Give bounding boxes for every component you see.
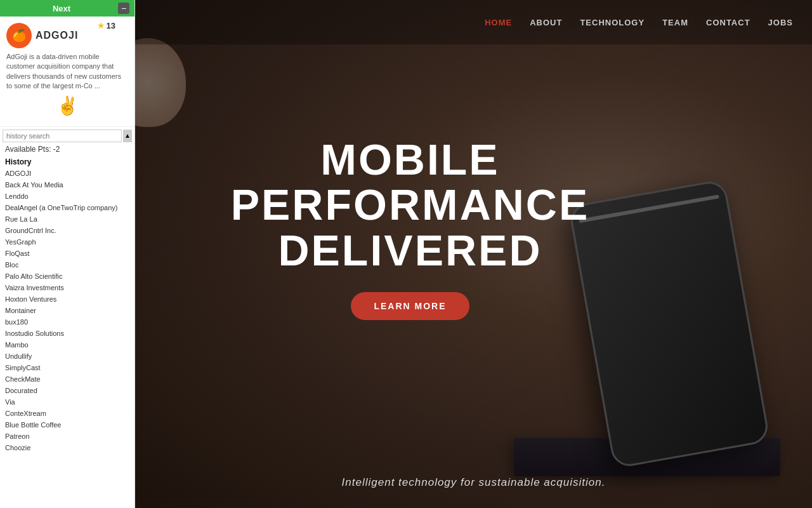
history-section: ▲ Available Pts: -2 History ADGOJIBack A… bbox=[0, 127, 134, 508]
nav-item-jobs[interactable]: JOBS bbox=[768, 17, 793, 28]
nav-item-home[interactable]: HOME bbox=[485, 17, 512, 28]
nav-bar: HOMEABOUTTECHNOLOGYTEAMCONTACTJOBS bbox=[135, 0, 812, 44]
history-item[interactable]: ConteXtream bbox=[0, 408, 134, 419]
next-label: Next bbox=[5, 4, 118, 13]
company-description: AdGoji is a data-driven mobile customer … bbox=[6, 52, 128, 91]
hero-title: MOBILE PERFORMANCE DELIVERED bbox=[231, 137, 590, 273]
history-item[interactable]: Palo Alto Scientific bbox=[0, 271, 134, 282]
learn-more-button[interactable]: LEARN MORE bbox=[351, 292, 469, 320]
available-pts: Available Pts: -2 bbox=[0, 142, 134, 156]
history-item[interactable]: YesGraph bbox=[0, 236, 134, 248]
history-item[interactable]: Hoxton Ventures bbox=[0, 293, 134, 305]
minimize-button[interactable]: − bbox=[118, 3, 129, 14]
nav-item-contact[interactable]: CONTACT bbox=[706, 17, 750, 28]
nav-item-team[interactable]: TEAM bbox=[662, 17, 688, 28]
history-item[interactable]: Blue Bottle Coffee bbox=[0, 419, 134, 431]
main-content: HOMEABOUTTECHNOLOGYTEAMCONTACTJOBS MOBIL… bbox=[135, 0, 812, 508]
history-item[interactable]: Inostudio Solutions bbox=[0, 328, 134, 339]
history-item[interactable]: Montainer bbox=[0, 305, 134, 316]
history-search-input[interactable] bbox=[3, 130, 122, 142]
company-logo: 🍊 bbox=[6, 23, 32, 48]
history-item[interactable]: Choozie bbox=[0, 442, 134, 453]
history-item[interactable]: SimplyCast bbox=[0, 362, 134, 373]
company-card-header: 🍊 ADGOJI ★ 13 bbox=[6, 23, 128, 48]
company-name: ADGOJI bbox=[36, 30, 128, 41]
history-item[interactable]: Bloc bbox=[0, 259, 134, 271]
peace-icon: ✌️ bbox=[6, 91, 128, 120]
nav-items: HOMEABOUTTECHNOLOGYTEAMCONTACTJOBS bbox=[485, 17, 793, 28]
history-item[interactable]: Patreon bbox=[0, 431, 134, 442]
history-item[interactable]: CheckMate bbox=[0, 373, 134, 385]
history-item[interactable]: Undullify bbox=[0, 351, 134, 362]
history-item[interactable]: bux180 bbox=[0, 316, 134, 328]
history-item[interactable]: Lenddo bbox=[0, 190, 134, 202]
history-items-container: ADGOJIBack At You MediaLenddoDealAngel (… bbox=[0, 168, 134, 453]
star-badge: ★ 13 bbox=[97, 20, 115, 30]
sidebar-topbar: Next − bbox=[0, 0, 134, 17]
history-item[interactable]: Mambo bbox=[0, 339, 134, 351]
history-item[interactable]: ADGOJI bbox=[0, 168, 134, 179]
scroll-up-button[interactable]: ▲ bbox=[123, 130, 132, 142]
sidebar: Next − 🍊 ADGOJI ★ 13 AdGoji is a data-dr… bbox=[0, 0, 135, 508]
nav-item-technology[interactable]: TECHNOLOGY bbox=[580, 17, 645, 28]
hero-subtitle: Intelligent technology for sustainable a… bbox=[135, 476, 812, 489]
history-item[interactable]: Rue La La bbox=[0, 213, 134, 225]
history-item[interactable]: DealAngel (a OneTwoTrip company) bbox=[0, 202, 134, 213]
hero-title-line1: MOBILE bbox=[231, 137, 590, 182]
history-item[interactable]: Docurated bbox=[0, 385, 134, 396]
company-card: 🍊 ADGOJI ★ 13 AdGoji is a data-driven mo… bbox=[0, 17, 134, 127]
hero-title-line3: DELIVERED bbox=[231, 228, 590, 273]
history-list-container[interactable]: Available Pts: -2 History ADGOJIBack At … bbox=[0, 142, 134, 508]
history-item[interactable]: Via bbox=[0, 396, 134, 408]
history-item[interactable]: Back At You Media bbox=[0, 179, 134, 190]
history-item[interactable]: GroundCntrl Inc. bbox=[0, 225, 134, 236]
hero-content: MOBILE PERFORMANCE DELIVERED LEARN MORE bbox=[231, 137, 590, 320]
history-item[interactable]: Vaizra Investments bbox=[0, 282, 134, 293]
history-item[interactable]: FloQast bbox=[0, 248, 134, 259]
history-search-wrap: ▲ bbox=[0, 127, 134, 142]
star-icon: ★ bbox=[97, 20, 105, 30]
history-label: History bbox=[0, 156, 134, 168]
star-count: 13 bbox=[107, 21, 115, 30]
nav-item-about[interactable]: ABOUT bbox=[530, 17, 562, 28]
hero-title-line2: PERFORMANCE bbox=[231, 182, 590, 227]
company-title-block: ADGOJI bbox=[36, 30, 128, 41]
